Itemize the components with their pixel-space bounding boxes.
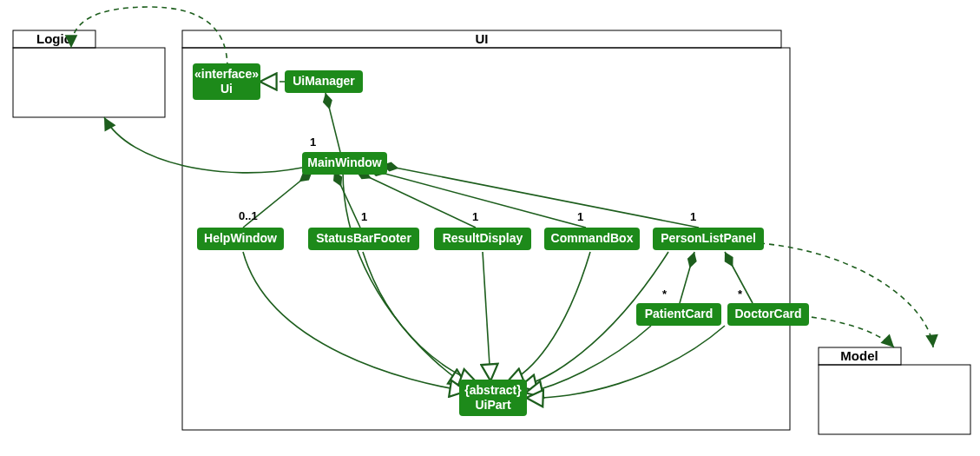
node-resultdisplay: ResultDisplay: [434, 228, 531, 250]
package-model: Model: [819, 347, 970, 434]
edge-uimanager-mainwindow: [326, 93, 340, 152]
node-patientcard: PatientCard: [636, 303, 721, 326]
package-logic-label: Logic: [36, 31, 71, 46]
svg-text:HelpWindow: HelpWindow: [204, 231, 277, 245]
mult-personlistpanel: 1: [690, 210, 696, 223]
svg-text:ResultDisplay: ResultDisplay: [443, 231, 523, 245]
node-uipart: {abstract} UiPart: [459, 380, 527, 416]
edge-commandbox-uipart: [508, 252, 590, 382]
svg-text:MainWindow: MainWindow: [307, 155, 382, 169]
edge-helpwindow-uipart: [243, 252, 465, 391]
package-logic: Logic: [13, 30, 165, 117]
node-mainwindow: MainWindow: [302, 152, 387, 175]
edge-mainwindow-to-logic: [104, 117, 302, 173]
package-model-label: Model: [840, 348, 878, 363]
node-statusbarfooter: StatusBarFooter: [308, 228, 419, 250]
mult-resultdisplay: 1: [472, 210, 478, 223]
node-personlistpanel: PersonListPanel: [653, 228, 764, 250]
mult-mainwindow: 1: [310, 135, 316, 149]
edge-personlistpanel-to-model: [760, 243, 933, 347]
svg-text:StatusBarFooter: StatusBarFooter: [316, 231, 411, 245]
node-commandbox: CommandBox: [544, 228, 640, 250]
mult-patientcard: *: [662, 287, 668, 301]
edge-mw-statusbar: [334, 171, 360, 228]
uml-diagram: Logic UI Model 1 0..1 1 1 1 1 * *: [0, 0, 980, 456]
svg-text:{abstract}: {abstract}: [464, 383, 522, 397]
svg-text:DoctorCard: DoctorCard: [734, 307, 801, 321]
node-uimanager: UiManager: [285, 70, 363, 93]
node-helpwindow: HelpWindow: [197, 228, 284, 250]
mult-doctorcard: *: [738, 287, 743, 301]
package-ui-label: UI: [476, 31, 489, 46]
edge-resultdisplay-uipart: [483, 252, 490, 380]
svg-text:PersonListPanel: PersonListPanel: [661, 231, 756, 245]
svg-text:«interface»: «interface»: [194, 67, 259, 81]
mult-commandbox: 1: [577, 210, 583, 223]
edge-mw-personlistpanel: [382, 165, 699, 228]
edge-doctorcard-uipart: [528, 326, 725, 398]
svg-rect-0: [13, 48, 165, 117]
mult-helpwindow: 0..1: [239, 209, 258, 222]
svg-text:CommandBox: CommandBox: [551, 231, 634, 245]
svg-text:Ui: Ui: [220, 82, 233, 96]
svg-text:PatientCard: PatientCard: [645, 307, 714, 321]
edge-plp-patientcard: [680, 252, 694, 303]
mult-statusbar: 1: [361, 210, 367, 223]
node-ui-interface: «interface» Ui: [193, 63, 260, 100]
edge-patientcard-uipart: [527, 326, 651, 393]
svg-text:UiPart: UiPart: [475, 398, 511, 412]
svg-rect-4: [819, 365, 970, 434]
node-doctorcard: DoctorCard: [727, 303, 809, 326]
svg-text:UiManager: UiManager: [293, 74, 355, 88]
edge-mainwindow-uipart: [343, 171, 465, 385]
edge-statusbar-uipart: [363, 252, 476, 382]
edge-ui-to-logic: [71, 7, 227, 68]
